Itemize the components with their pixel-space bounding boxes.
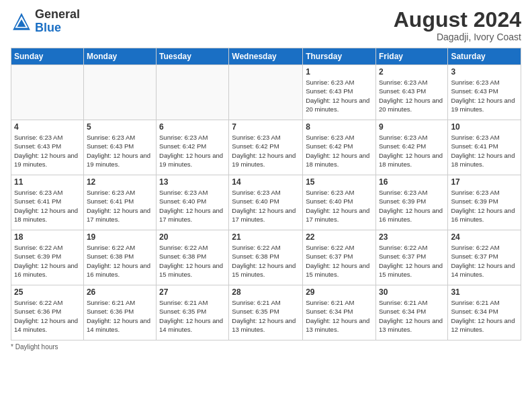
table-row: 22Sunrise: 6:22 AM Sunset: 6:37 PM Dayli… xyxy=(303,230,376,285)
day-number: 27 xyxy=(159,287,226,297)
footer-note: * Daylight hours xyxy=(11,343,521,351)
table-row: 18Sunrise: 6:22 AM Sunset: 6:39 PM Dayli… xyxy=(11,230,84,285)
table-row: 13Sunrise: 6:23 AM Sunset: 6:40 PM Dayli… xyxy=(157,175,229,230)
day-info: Sunrise: 6:21 AM Sunset: 6:35 PM Dayligh… xyxy=(232,298,300,334)
day-info: Sunrise: 6:23 AM Sunset: 6:43 PM Dayligh… xyxy=(379,78,445,113)
table-row: 2Sunrise: 6:23 AM Sunset: 6:43 PM Daylig… xyxy=(375,65,447,120)
table-row: 21Sunrise: 6:22 AM Sunset: 6:38 PM Dayli… xyxy=(229,230,303,285)
page: General Blue August 2024 Dagadji, Ivory … xyxy=(0,0,532,359)
table-row xyxy=(83,65,156,120)
day-info: Sunrise: 6:23 AM Sunset: 6:39 PM Dayligh… xyxy=(379,188,445,224)
table-row: 31Sunrise: 6:21 AM Sunset: 6:34 PM Dayli… xyxy=(448,285,521,340)
table-row: 4Sunrise: 6:23 AM Sunset: 6:43 PM Daylig… xyxy=(11,120,84,175)
table-row: 10Sunrise: 6:23 AM Sunset: 6:41 PM Dayli… xyxy=(448,120,521,175)
day-number: 2 xyxy=(379,67,445,77)
day-number: 7 xyxy=(232,122,300,132)
table-row: 7Sunrise: 6:23 AM Sunset: 6:42 PM Daylig… xyxy=(229,120,303,175)
day-number: 8 xyxy=(306,122,373,132)
table-row: 23Sunrise: 6:22 AM Sunset: 6:37 PM Dayli… xyxy=(375,230,447,285)
day-info: Sunrise: 6:22 AM Sunset: 6:38 PM Dayligh… xyxy=(159,243,226,279)
table-row: 30Sunrise: 6:21 AM Sunset: 6:34 PM Dayli… xyxy=(375,285,447,340)
day-info: Sunrise: 6:23 AM Sunset: 6:43 PM Dayligh… xyxy=(451,78,518,113)
table-row: 15Sunrise: 6:23 AM Sunset: 6:40 PM Dayli… xyxy=(303,175,376,230)
day-number: 3 xyxy=(451,67,518,77)
day-number: 10 xyxy=(451,122,518,132)
day-info: Sunrise: 6:21 AM Sunset: 6:36 PM Dayligh… xyxy=(87,298,153,334)
day-number: 31 xyxy=(451,287,518,297)
day-number: 16 xyxy=(379,177,445,187)
table-row: 14Sunrise: 6:23 AM Sunset: 6:40 PM Dayli… xyxy=(229,175,303,230)
day-info: Sunrise: 6:23 AM Sunset: 6:43 PM Dayligh… xyxy=(306,78,373,113)
calendar-header: Sunday Monday Tuesday Wednesday Thursday… xyxy=(11,48,521,65)
table-row: 12Sunrise: 6:23 AM Sunset: 6:41 PM Dayli… xyxy=(83,175,156,230)
day-info: Sunrise: 6:22 AM Sunset: 6:38 PM Dayligh… xyxy=(87,243,153,279)
day-info: Sunrise: 6:21 AM Sunset: 6:34 PM Dayligh… xyxy=(306,298,373,334)
day-info: Sunrise: 6:23 AM Sunset: 6:42 PM Dayligh… xyxy=(232,133,300,169)
table-row xyxy=(11,65,84,120)
day-number: 20 xyxy=(159,232,226,242)
day-info: Sunrise: 6:21 AM Sunset: 6:34 PM Dayligh… xyxy=(451,298,518,334)
table-row: 5Sunrise: 6:23 AM Sunset: 6:43 PM Daylig… xyxy=(83,120,156,175)
table-row: 26Sunrise: 6:21 AM Sunset: 6:36 PM Dayli… xyxy=(83,285,156,340)
logo-icon xyxy=(11,11,32,32)
day-info: Sunrise: 6:22 AM Sunset: 6:37 PM Dayligh… xyxy=(379,243,445,279)
table-row: 6Sunrise: 6:23 AM Sunset: 6:42 PM Daylig… xyxy=(157,120,229,175)
table-row: 1Sunrise: 6:23 AM Sunset: 6:43 PM Daylig… xyxy=(303,65,376,120)
col-wednesday: Wednesday xyxy=(229,48,303,65)
day-info: Sunrise: 6:23 AM Sunset: 6:41 PM Dayligh… xyxy=(451,133,518,169)
table-row: 16Sunrise: 6:23 AM Sunset: 6:39 PM Dayli… xyxy=(375,175,447,230)
col-monday: Monday xyxy=(83,48,156,65)
day-info: Sunrise: 6:23 AM Sunset: 6:40 PM Dayligh… xyxy=(232,188,300,224)
day-number: 29 xyxy=(306,287,373,297)
day-number: 5 xyxy=(87,122,153,132)
day-number: 25 xyxy=(14,287,81,297)
day-number: 23 xyxy=(379,232,445,242)
day-number: 21 xyxy=(232,232,300,242)
table-row xyxy=(229,65,303,120)
day-info: Sunrise: 6:23 AM Sunset: 6:43 PM Dayligh… xyxy=(14,133,81,169)
table-row: 28Sunrise: 6:21 AM Sunset: 6:35 PM Dayli… xyxy=(229,285,303,340)
day-number: 17 xyxy=(451,177,518,187)
day-info: Sunrise: 6:22 AM Sunset: 6:37 PM Dayligh… xyxy=(451,243,518,279)
day-number: 28 xyxy=(232,287,300,297)
table-row: 8Sunrise: 6:23 AM Sunset: 6:42 PM Daylig… xyxy=(303,120,376,175)
table-row: 11Sunrise: 6:23 AM Sunset: 6:41 PM Dayli… xyxy=(11,175,84,230)
day-info: Sunrise: 6:23 AM Sunset: 6:41 PM Dayligh… xyxy=(87,188,153,224)
day-info: Sunrise: 6:23 AM Sunset: 6:40 PM Dayligh… xyxy=(159,188,226,224)
day-info: Sunrise: 6:22 AM Sunset: 6:39 PM Dayligh… xyxy=(14,243,81,279)
header: General Blue August 2024 Dagadji, Ivory … xyxy=(11,8,521,42)
table-row: 29Sunrise: 6:21 AM Sunset: 6:34 PM Dayli… xyxy=(303,285,376,340)
col-saturday: Saturday xyxy=(448,48,521,65)
day-number: 9 xyxy=(379,122,445,132)
day-info: Sunrise: 6:23 AM Sunset: 6:42 PM Dayligh… xyxy=(379,133,445,169)
day-number: 12 xyxy=(87,177,153,187)
table-row xyxy=(157,65,229,120)
title-block: August 2024 Dagadji, Ivory Coast xyxy=(394,8,521,42)
table-row: 20Sunrise: 6:22 AM Sunset: 6:38 PM Dayli… xyxy=(157,230,229,285)
col-thursday: Thursday xyxy=(303,48,376,65)
col-friday: Friday xyxy=(375,48,447,65)
day-info: Sunrise: 6:21 AM Sunset: 6:35 PM Dayligh… xyxy=(159,298,226,334)
logo-text: General Blue xyxy=(35,8,80,35)
day-info: Sunrise: 6:22 AM Sunset: 6:38 PM Dayligh… xyxy=(232,243,300,279)
day-number: 6 xyxy=(159,122,226,132)
month-year: August 2024 xyxy=(394,8,521,32)
day-number: 15 xyxy=(306,177,373,187)
table-row: 24Sunrise: 6:22 AM Sunset: 6:37 PM Dayli… xyxy=(448,230,521,285)
table-row: 27Sunrise: 6:21 AM Sunset: 6:35 PM Dayli… xyxy=(157,285,229,340)
col-tuesday: Tuesday xyxy=(157,48,229,65)
day-number: 13 xyxy=(159,177,226,187)
day-info: Sunrise: 6:22 AM Sunset: 6:36 PM Dayligh… xyxy=(14,298,81,334)
day-info: Sunrise: 6:23 AM Sunset: 6:39 PM Dayligh… xyxy=(451,188,518,224)
day-number: 26 xyxy=(87,287,153,297)
day-number: 1 xyxy=(306,67,373,77)
day-number: 24 xyxy=(451,232,518,242)
table-row: 25Sunrise: 6:22 AM Sunset: 6:36 PM Dayli… xyxy=(11,285,84,340)
table-row: 3Sunrise: 6:23 AM Sunset: 6:43 PM Daylig… xyxy=(448,65,521,120)
day-info: Sunrise: 6:23 AM Sunset: 6:42 PM Dayligh… xyxy=(306,133,373,169)
day-number: 11 xyxy=(14,177,81,187)
day-number: 30 xyxy=(379,287,445,297)
table-row: 17Sunrise: 6:23 AM Sunset: 6:39 PM Dayli… xyxy=(448,175,521,230)
day-number: 14 xyxy=(232,177,300,187)
day-info: Sunrise: 6:23 AM Sunset: 6:41 PM Dayligh… xyxy=(14,188,81,224)
